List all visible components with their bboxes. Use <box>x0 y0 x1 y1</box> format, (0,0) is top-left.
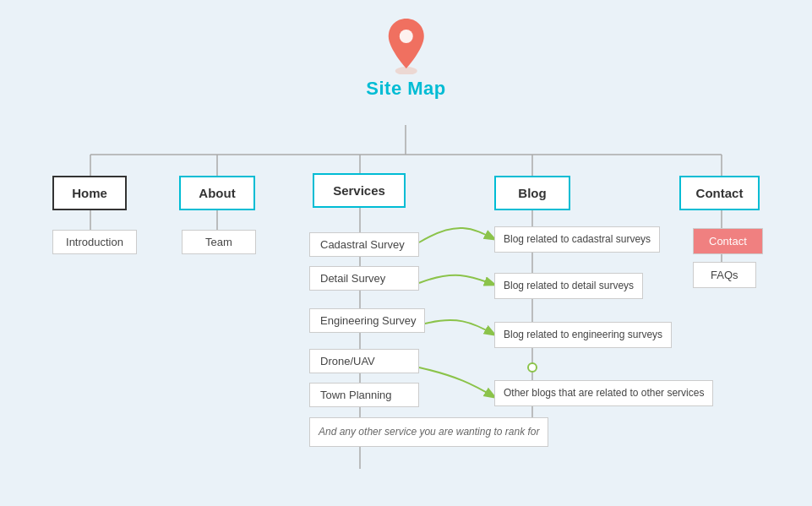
node-contact[interactable]: Contact <box>679 176 760 210</box>
child-blog-cadastral: Blog related to cadastral surveys <box>494 226 660 253</box>
node-blog[interactable]: Blog <box>494 176 570 210</box>
node-home[interactable]: Home <box>52 176 127 210</box>
child-detail-survey: Detail Survey <box>309 266 419 291</box>
child-team: Team <box>182 230 256 254</box>
child-blog-engineering: Blog related to engineering surveys <box>494 322 672 348</box>
svg-point-28 <box>400 30 413 43</box>
child-faqs: FAQs <box>693 262 756 288</box>
child-drone-uav: Drone/UAV <box>309 349 419 373</box>
child-cadastral-survey: Cadastral Survey <box>309 232 419 257</box>
page-container: Site Map Home Introduction About Team Se… <box>0 0 812 506</box>
svg-point-26 <box>528 363 537 372</box>
site-map-title: Site Map <box>366 78 445 100</box>
child-other-service: And any other service you are wanting to… <box>309 417 548 447</box>
child-engineering-survey: Engineering Survey <box>309 308 425 333</box>
location-pin-icon <box>384 15 429 74</box>
child-blog-detail: Blog related to detail surveys <box>494 273 643 299</box>
child-town-planning: Town Planning <box>309 383 419 407</box>
child-contact: Contact <box>693 228 763 254</box>
child-introduction: Introduction <box>52 230 137 254</box>
node-about[interactable]: About <box>179 176 255 210</box>
pin-container: Site Map <box>366 15 445 100</box>
child-blog-other: Other blogs that are related to other se… <box>494 380 713 406</box>
node-services[interactable]: Services <box>313 173 406 208</box>
